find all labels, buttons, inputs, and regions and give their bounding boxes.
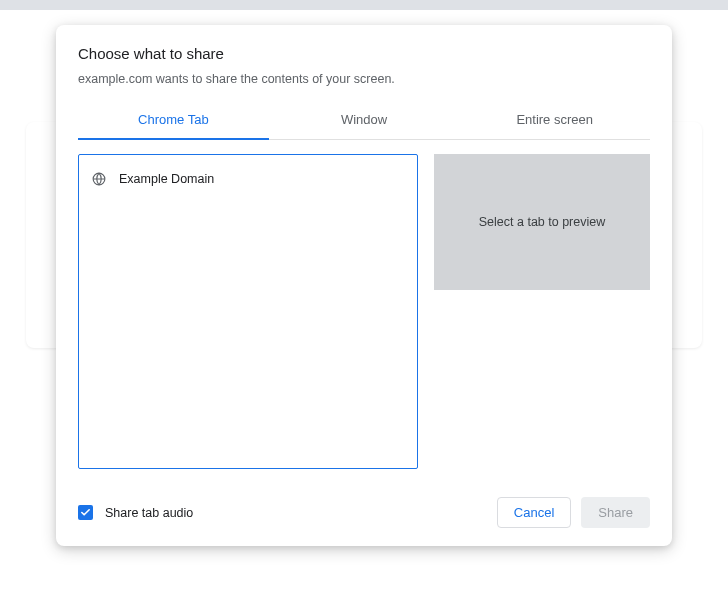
tab-chrome-tab[interactable]: Chrome Tab (78, 102, 269, 139)
tab-window[interactable]: Window (269, 102, 460, 139)
page-background: Choose what to share example.com wants t… (0, 10, 728, 610)
globe-icon (91, 171, 107, 187)
dialog-subtitle: example.com wants to share the contents … (78, 72, 650, 86)
tab-entire-screen[interactable]: Entire screen (459, 102, 650, 139)
tab-list-item-label: Example Domain (119, 172, 214, 186)
content-row: Example Domain Select a tab to preview (78, 154, 650, 469)
cancel-button[interactable]: Cancel (497, 497, 571, 528)
check-icon (80, 507, 91, 518)
preview-placeholder: Select a tab to preview (479, 215, 605, 229)
tab-list[interactable]: Example Domain (78, 154, 418, 469)
dialog-buttons: Cancel Share (497, 497, 650, 528)
dialog-footer: Share tab audio Cancel Share (78, 497, 650, 528)
share-audio-row: Share tab audio (78, 505, 193, 520)
share-source-tabs: Chrome Tab Window Entire screen (78, 102, 650, 140)
share-audio-checkbox[interactable] (78, 505, 93, 520)
share-button[interactable]: Share (581, 497, 650, 528)
share-audio-label: Share tab audio (105, 506, 193, 520)
browser-top-bar (0, 0, 728, 10)
dialog-title: Choose what to share (78, 45, 650, 62)
preview-area: Select a tab to preview (434, 154, 650, 290)
tab-list-item[interactable]: Example Domain (79, 163, 417, 195)
share-dialog: Choose what to share example.com wants t… (56, 25, 672, 546)
